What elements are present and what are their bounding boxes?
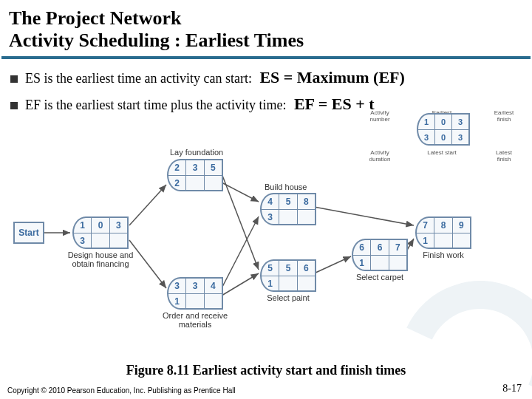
svg-line-1 [129,185,166,225]
bullet1-formula: ES = Maximum (EF) [259,68,404,86]
bullet-square-icon [10,75,18,83]
node-cell: 6 [297,261,315,276]
node5-label: Select paint [244,293,332,302]
node-cell [204,176,222,190]
node7-label: Finish work [399,250,488,259]
node-cell: 3 [262,210,279,224]
node-cell [204,294,222,308]
node-cell: 5 [279,261,296,276]
node-cell [185,294,203,308]
node-cell [279,276,296,290]
node-cell [297,276,315,290]
node-cell [109,233,127,248]
legend-activity-number: Activity number [365,110,395,123]
node-cell: 7 [417,218,434,233]
node-cell: 3 [185,160,203,175]
start-node: Start [13,222,44,244]
node-cell [434,233,451,248]
node2-label: Lay foundation [170,148,223,157]
title-line1: The Project Network [9,7,181,29]
node-cell: 2 [168,160,185,175]
node-cell: 5 [279,194,296,209]
node-cell: 8 [297,194,315,209]
svg-line-8 [314,207,414,225]
node-cell: 1 [353,256,370,270]
node-4: 458 3 [260,193,316,225]
svg-line-6 [222,174,259,270]
title-line2: Activity Scheduling : Earliest Times [9,30,304,51]
node-cell: 1 [74,218,91,233]
node4-label: Build house [265,183,307,191]
node-7: 789 1 [415,216,471,249]
node-3: 334 1 [167,277,223,310]
svg-line-3 [222,183,259,202]
copyright-text: Copyright © 2010 Pearson Education, Inc.… [7,386,236,395]
node-cell: 3 [168,279,185,293]
node-cell: 1 [262,276,279,290]
node-cell: 5 [204,160,222,175]
node-cell [185,176,203,190]
node-cell: 3 [109,218,127,233]
legend-cell: 3 [451,115,468,129]
node-cell [279,210,296,224]
node-cell: 8 [434,218,451,233]
bullet-square-icon [10,102,18,109]
node-cell [370,256,388,270]
legend-cell: 0 [434,115,451,129]
bullet-1: ES is the earliest time an activity can … [10,68,522,87]
node-cell: 2 [168,176,185,190]
legend-cell: 1 [418,115,434,129]
node-cell [91,233,109,248]
svg-line-4 [222,216,259,288]
network-diagram: Activity number Earliest start Earliest … [0,129,532,351]
node1-label: Design house and obtain financing [56,250,145,268]
node-cell: 6 [353,240,370,255]
node-cell: 1 [168,294,185,308]
page-number: 8-17 [502,383,522,395]
node-cell: 3 [185,279,203,293]
node-cell: 0 [91,218,109,233]
node-2: 235 2 [167,159,223,191]
node6-label: Select carpet [335,273,424,282]
node-cell: 6 [370,240,388,255]
bullet2-text: EF is the earliest start time plus the a… [25,98,286,112]
bullet1-text: ES is the earliest time an activity can … [25,71,252,86]
node-cell: 9 [452,218,470,233]
node-5: 556 1 [260,259,316,292]
node-cell [452,233,470,248]
figure-caption: Figure 8.11 Earliest activity start and … [0,363,532,378]
node-cell: 4 [262,194,279,209]
node-cell: 4 [204,279,222,293]
svg-line-7 [314,256,351,273]
node-cell: 1 [417,233,434,248]
node3-label: Order and receive materials [151,311,239,329]
node-cell: 5 [262,261,279,276]
node-1: 1 0 3 3 [72,216,129,249]
legend-earliest-finish: Earliest finish [489,110,519,123]
node-cell [297,210,315,224]
node-cell: 3 [74,233,91,248]
